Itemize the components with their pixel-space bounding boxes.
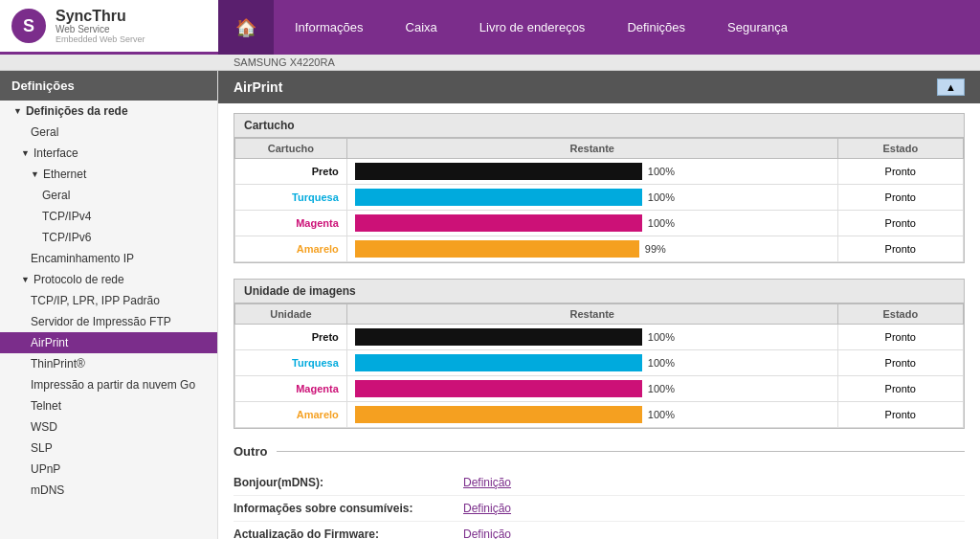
sidebar-item-ftp[interactable]: Servidor de Impressão FTP (0, 311, 217, 332)
percent-text: 100% (648, 166, 675, 177)
sidebar-item-telnet[interactable]: Telnet (0, 395, 217, 416)
bar-cell: 100% (346, 159, 837, 185)
sidebar-item-protocolo-rede[interactable]: ▼ Protocolo de rede (0, 269, 217, 290)
percent-text: 99% (645, 243, 666, 255)
logo-subtitle: Web Service (56, 24, 145, 34)
outro-row-label: Actualização do Firmware: (234, 528, 463, 539)
outro-row-label: Bonjour(mDNS): (234, 476, 463, 489)
nav-informacoes[interactable]: Informações (274, 0, 385, 55)
bar-cell: 100% (346, 402, 837, 428)
main-content: AirPrint ▲ Cartucho Cartucho Restante Es… (218, 71, 980, 539)
cartridge-section-title: Cartucho (234, 114, 964, 138)
nav-bar: 🏠 Informações Caixa Livro de endereços D… (218, 0, 980, 55)
bar-cell: 99% (346, 236, 837, 262)
logo-tagline: Embedded Web Server (56, 34, 145, 44)
sidebar-item-airprint[interactable]: AirPrint (0, 332, 217, 353)
row-label: Turquesa (235, 185, 347, 211)
bar-cell: 100% (346, 350, 837, 376)
bar-cell: 100% (346, 376, 837, 402)
status-cell: Pronto (837, 236, 963, 262)
status-cell: Pronto (837, 402, 963, 428)
outro-divider (277, 451, 965, 452)
sidebar-item-thinprint[interactable]: ThinPrint® (0, 353, 217, 374)
status-cell: Pronto (837, 159, 963, 185)
status-cell: Pronto (837, 376, 963, 402)
percent-text: 100% (648, 191, 675, 203)
outro-row-link[interactable]: Definição (463, 502, 511, 515)
nav-caixa[interactable]: Caixa (385, 0, 458, 55)
triangle-icon-4: ▼ (21, 275, 30, 284)
row-label: Amarelo (235, 402, 347, 428)
status-cell: Pronto (837, 350, 963, 376)
sidebar-item-tcpip-lpr[interactable]: TCP/IP, LPR, IPP Padrão (0, 290, 217, 311)
logo-area: S SyncThru Web Service Embedded Web Serv… (0, 0, 218, 55)
col-estado: Estado (837, 139, 963, 159)
sidebar-item-ethernet-geral[interactable]: Geral (0, 185, 217, 206)
bar-cell: 100% (346, 325, 837, 350)
nav-livro-enderecos[interactable]: Livro de endereços (458, 0, 607, 55)
col-unidade: Unidade (235, 304, 347, 325)
triangle-icon-2: ▼ (21, 148, 30, 158)
imaging-section: Unidade de imagens Unidade Restante Esta… (234, 279, 965, 429)
sidebar-item-mdns[interactable]: mDNS (0, 480, 217, 501)
device-name: SAMSUNG X4220RA (218, 55, 350, 70)
sidebar-title: Definições (0, 71, 217, 101)
sidebar-item-geral-top[interactable]: Geral (0, 122, 217, 143)
sidebar-item-tcpipv4[interactable]: TCP/IPv4 (0, 206, 217, 227)
sidebar: Definições ▼ Definições da rede Geral ▼ … (0, 71, 218, 539)
triangle-icon: ▼ (13, 106, 22, 116)
row-label: Magenta (235, 376, 347, 402)
nav-seguranca[interactable]: Segurança (706, 0, 809, 55)
outro-row: Bonjour(mDNS):Definição (234, 470, 965, 496)
sidebar-item-ethernet[interactable]: ▼ Ethernet (0, 164, 217, 185)
triangle-icon-3: ▼ (31, 169, 39, 179)
outro-row: Informações sobre consumíveis:Definição (234, 496, 965, 522)
row-label: Preto (235, 159, 347, 185)
outro-section: Outro Bonjour(mDNS):DefiniçãoInformações… (234, 444, 965, 539)
bar-cell: 100% (346, 185, 837, 211)
outro-row: Actualização do Firmware:Definição (234, 522, 965, 539)
sidebar-item-interface[interactable]: ▼ Interface (0, 143, 217, 164)
logo-title: SyncThru (56, 8, 145, 25)
col-estado-img: Estado (837, 304, 963, 325)
percent-text: 100% (648, 383, 675, 394)
status-cell: Pronto (837, 325, 963, 350)
page-title: AirPrint (234, 79, 282, 95)
cartridge-section: Cartucho Cartucho Restante Estado Preto1… (234, 113, 965, 263)
row-label: Turquesa (235, 350, 347, 376)
nav-definicoes[interactable]: Definições (606, 0, 706, 55)
row-label: Amarelo (235, 236, 347, 262)
col-cartucho: Cartucho (235, 139, 347, 159)
col-restante: Restante (346, 139, 837, 159)
sidebar-item-impressao-nuvem[interactable]: Impressão a partir da nuvem Go (0, 374, 217, 395)
scroll-up-button[interactable]: ▲ (937, 79, 965, 96)
sidebar-item-upnp[interactable]: UPnP (0, 459, 217, 480)
percent-text: 100% (648, 357, 675, 369)
outro-row-link[interactable]: Definição (463, 476, 511, 489)
content-header: AirPrint ▲ (218, 71, 980, 103)
percent-text: 100% (648, 409, 675, 420)
sidebar-item-tcpipv6[interactable]: TCP/IPv6 (0, 227, 217, 248)
sidebar-item-encaminhamento[interactable]: Encaminhamento IP (0, 248, 217, 269)
col-restante-img: Restante (346, 304, 837, 325)
percent-text: 100% (648, 331, 675, 343)
bar-cell: 100% (346, 211, 837, 236)
outro-title: Outro (234, 444, 965, 459)
status-cell: Pronto (837, 211, 963, 236)
outro-row-label: Informações sobre consumíveis: (234, 502, 463, 515)
outro-row-link[interactable]: Definição (463, 528, 511, 539)
nav-home-button[interactable]: 🏠 (218, 0, 274, 55)
status-cell: Pronto (837, 185, 963, 211)
row-label: Preto (235, 325, 347, 350)
sidebar-item-definicoes-rede[interactable]: ▼ Definições da rede (0, 101, 217, 122)
sidebar-item-wsd[interactable]: WSD (0, 416, 217, 438)
row-label: Magenta (235, 211, 347, 236)
sidebar-item-slp[interactable]: SLP (0, 438, 217, 459)
percent-text: 100% (648, 217, 675, 229)
logo-icon: S (11, 9, 46, 43)
imaging-section-title: Unidade de imagens (234, 280, 964, 303)
